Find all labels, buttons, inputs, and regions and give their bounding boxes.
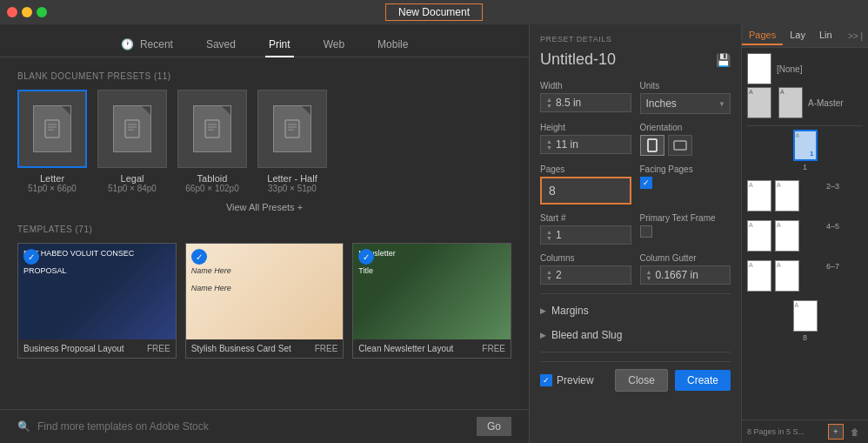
preset-legal[interactable]: Legal 51p0 × 84p0 (97, 90, 167, 193)
units-select[interactable]: Inches Pixels Points Picas (640, 93, 731, 114)
tab-pages[interactable]: Pages (742, 26, 783, 45)
tab-mobile[interactable]: Mobile (374, 33, 411, 57)
pages-panel: [None] A A A-Master A (742, 48, 868, 420)
close-button[interactable]: Close (615, 369, 668, 392)
letter-doc-icon (43, 118, 61, 139)
page-2-3-label: 2–3 (803, 180, 863, 211)
template-content-3: NewsletterTitle (353, 244, 511, 280)
portrait-button[interactable] (640, 135, 664, 156)
margins-label: Margins (551, 305, 589, 317)
preset-name-legal: Legal (121, 173, 144, 184)
tab-print[interactable]: Print (265, 33, 294, 57)
more-tabs-button[interactable]: >> | (843, 28, 868, 44)
page-8-wrap[interactable]: A 8 (793, 300, 818, 342)
create-button[interactable]: Create (675, 370, 731, 391)
pages-input[interactable] (540, 177, 631, 205)
template-business-card[interactable]: ✓ Name HereName Here Stylish Business Ca… (185, 243, 344, 359)
height-value: 11 in (556, 138, 578, 151)
page-7-letter: A (777, 262, 781, 268)
preset-letter-half[interactable]: Letter - Half 33p0 × 51p0 (257, 90, 327, 193)
templates-label: TEMPLATES (71) (17, 225, 511, 234)
page-group-1: A 1 1 (747, 130, 863, 171)
tab-saved[interactable]: Saved (203, 33, 239, 57)
save-preset-icon[interactable]: 💾 (716, 53, 731, 67)
columns-gutter-row: Columns ▲ ▼ 2 Column Gutter ▲ ▼ 0.1667 (540, 253, 731, 285)
template-newsletter[interactable]: ✓ NewsletterTitle Clean Newsletter Layou… (352, 243, 511, 359)
template-thumb-2: ✓ Name HereName Here (186, 244, 344, 339)
tab-links[interactable]: Lin (812, 26, 839, 45)
search-input[interactable] (37, 420, 470, 433)
template-business-proposal[interactable]: ✓ EST HABEO VOLUIT CONSECPROPOSAL Busine… (17, 243, 177, 359)
landscape-button[interactable] (668, 135, 692, 156)
tab-web[interactable]: Web (320, 33, 348, 57)
svg-rect-4 (125, 120, 139, 138)
bleed-slug-label: Bleed and Slug (551, 329, 622, 341)
columns-input[interactable]: ▲ ▼ 2 (540, 265, 631, 285)
preset-name-tabloid: Tabloid (197, 173, 228, 184)
status-icons: + 🗑 (828, 424, 863, 440)
pages-facing-row: Pages Facing Pages ✓ (540, 164, 731, 205)
height-down[interactable]: ▼ (546, 144, 552, 151)
gutter-down[interactable]: ▼ (646, 275, 652, 281)
title-bar: New Document (0, 0, 868, 24)
page-thumb-8: A (793, 300, 818, 332)
master-none-label: [None] (777, 64, 802, 74)
preset-page-letter (33, 105, 71, 152)
tab-recent[interactable]: 🕐 Recent (117, 33, 177, 57)
page-4-wrap[interactable]: A (747, 220, 771, 252)
page-4-5-label: 4–5 (803, 220, 863, 252)
width-up[interactable]: ▲ (546, 97, 552, 103)
height-label: Height (540, 123, 631, 132)
master-a-label: A-Master (808, 98, 844, 108)
page-5-wrap[interactable]: A (775, 220, 799, 252)
start-down[interactable]: ▼ (546, 235, 552, 241)
ptf-checkbox-row (640, 225, 731, 238)
master-none-row[interactable]: [None] (747, 53, 863, 84)
master-a-thumb-right: A (778, 87, 803, 118)
start-num-input[interactable]: ▲ ▼ 1 (540, 225, 631, 245)
page-1-wrap[interactable]: A 1 1 (793, 130, 818, 171)
gutter-up[interactable]: ▲ (646, 269, 652, 275)
svg-rect-0 (45, 120, 59, 138)
preset-size-letter-half: 33p0 × 51p0 (268, 184, 317, 193)
view-all-presets[interactable]: View All Presets + (17, 202, 511, 212)
divider-1 (540, 293, 731, 294)
delete-page-button[interactable]: 🗑 (847, 424, 863, 440)
width-down[interactable]: ▼ (546, 103, 552, 109)
page-2-wrap[interactable]: A (747, 180, 771, 211)
template-name-2: Stylish Business Card Set (191, 344, 291, 353)
columns-down[interactable]: ▼ (546, 275, 552, 281)
minimize-traffic-light[interactable] (22, 7, 32, 17)
maximize-traffic-light[interactable] (37, 7, 47, 17)
width-input[interactable]: ▲ ▼ 8.5 in (540, 93, 631, 112)
preset-icon-legal (97, 90, 167, 168)
preset-size-legal: 51p0 × 84p0 (108, 184, 157, 193)
close-traffic-light[interactable] (7, 7, 17, 17)
go-button[interactable]: Go (477, 417, 511, 436)
orientation-group: Orientation (640, 123, 731, 156)
height-input[interactable]: ▲ ▼ 11 in (540, 135, 631, 154)
page-thumb-4: A (747, 220, 771, 252)
tab-layers[interactable]: Lay (783, 26, 812, 45)
margins-row[interactable]: ▶ Margins (540, 301, 731, 320)
facing-pages-checkbox[interactable]: ✓ (640, 177, 652, 189)
add-page-button[interactable]: + (828, 424, 844, 440)
preset-name-letter: Letter (40, 173, 64, 184)
page-6-wrap[interactable]: A (747, 260, 771, 292)
preset-tabloid[interactable]: Tabloid 66p0 × 102p0 (177, 90, 247, 193)
width-value: 8.5 in (556, 97, 581, 109)
bleed-slug-row[interactable]: ▶ Bleed and Slug (540, 326, 731, 345)
columns-up[interactable]: ▲ (546, 269, 552, 275)
preview-checkbox[interactable]: ✓ (540, 374, 552, 386)
start-up[interactable]: ▲ (546, 229, 552, 235)
preset-letter[interactable]: Letter 51p0 × 66p0 (17, 90, 87, 193)
preset-size-letter: 51p0 × 66p0 (28, 184, 77, 193)
gutter-input[interactable]: ▲ ▼ 0.1667 in (640, 265, 731, 285)
preset-corner-tabloid (222, 106, 230, 115)
height-up[interactable]: ▲ (546, 138, 552, 144)
left-panel: 🕐 Recent Saved Print Web Mobile BLANK DO… (0, 24, 529, 443)
page-7-wrap[interactable]: A (775, 260, 799, 292)
ptf-checkbox[interactable] (640, 225, 652, 238)
master-a-row[interactable]: A A A-Master (747, 87, 863, 118)
page-3-wrap[interactable]: A (775, 180, 799, 211)
